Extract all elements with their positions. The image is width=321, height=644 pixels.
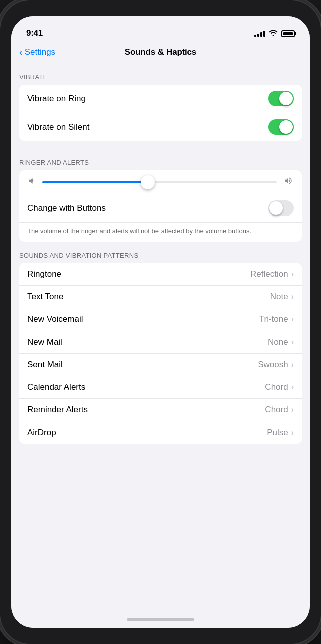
vibrate-on-ring-toggle[interactable] bbox=[268, 91, 294, 106]
volume-note: The volume of the ringer and alerts will… bbox=[19, 223, 302, 242]
chevron-left-icon: ‹ bbox=[19, 47, 23, 57]
status-icons bbox=[254, 29, 295, 38]
toggle-knob bbox=[279, 92, 293, 105]
text-tone-value: Note bbox=[270, 292, 288, 302]
new-voicemail-value: Tri-tone bbox=[259, 314, 288, 325]
back-button[interactable]: ‹ Settings bbox=[19, 47, 55, 57]
signal-strength-icon bbox=[254, 31, 265, 37]
battery-icon bbox=[281, 30, 295, 37]
phone-frame: 9:41 bbox=[0, 0, 321, 644]
new-voicemail-value-group: Tri-tone › bbox=[259, 314, 294, 325]
chevron-right-icon: › bbox=[291, 383, 294, 392]
vibrate-on-silent-toggle[interactable] bbox=[268, 119, 294, 135]
airdrop-value: Pulse bbox=[267, 427, 288, 438]
new-mail-label: New Mail bbox=[27, 337, 62, 347]
chevron-right-icon: › bbox=[291, 315, 294, 324]
sent-mail-row[interactable]: Sent Mail Swoosh › bbox=[19, 354, 302, 376]
slider-thumb bbox=[141, 175, 155, 189]
toggle-knob bbox=[269, 201, 283, 215]
screen: 9:41 bbox=[11, 16, 310, 628]
text-tone-row[interactable]: Text Tone Note › bbox=[19, 286, 302, 308]
wifi-icon bbox=[269, 29, 278, 38]
notch bbox=[115, 0, 206, 16]
page-title: Sounds & Haptics bbox=[125, 47, 196, 57]
reminder-alerts-label: Reminder Alerts bbox=[27, 405, 88, 415]
home-bar bbox=[127, 618, 194, 621]
vibrate-settings-group: Vibrate on Ring Vibrate on Silent bbox=[19, 85, 302, 141]
nav-bar: ‹ Settings Sounds & Haptics bbox=[11, 41, 310, 63]
ringtone-label: Ringtone bbox=[27, 269, 61, 279]
text-tone-value-group: Note › bbox=[270, 292, 294, 302]
sent-mail-label: Sent Mail bbox=[27, 360, 63, 370]
volume-low-icon bbox=[27, 176, 36, 188]
new-mail-value: None bbox=[268, 337, 288, 347]
chevron-right-icon: › bbox=[291, 405, 294, 414]
ringer-slider-section: Change with Buttons The volume of the ri… bbox=[19, 170, 302, 242]
chevron-right-icon: › bbox=[291, 338, 294, 347]
back-label: Settings bbox=[25, 47, 55, 57]
new-mail-value-group: None › bbox=[268, 337, 294, 347]
text-tone-label: Text Tone bbox=[27, 292, 63, 302]
airdrop-row[interactable]: AirDrop Pulse › bbox=[19, 421, 302, 444]
toggle-knob bbox=[279, 120, 293, 134]
new-voicemail-row[interactable]: New Voicemail Tri-tone › bbox=[19, 308, 302, 331]
vibrate-on-ring-label: Vibrate on Ring bbox=[27, 94, 86, 104]
content-scroll[interactable]: VIBRATE Vibrate on Ring Vibrate on Silen… bbox=[11, 63, 310, 611]
calendar-alerts-row[interactable]: Calendar Alerts Chord › bbox=[19, 376, 302, 399]
calendar-alerts-value-group: Chord › bbox=[265, 382, 294, 392]
reminder-alerts-row[interactable]: Reminder Alerts Chord › bbox=[19, 399, 302, 421]
new-mail-row[interactable]: New Mail None › bbox=[19, 331, 302, 354]
vibrate-on-ring-row: Vibrate on Ring bbox=[19, 85, 302, 113]
ringtone-value-group: Reflection › bbox=[250, 269, 294, 279]
sounds-list-group: Ringtone Reflection › Text Tone Note › N… bbox=[19, 263, 302, 444]
sent-mail-value: Swoosh bbox=[258, 360, 288, 370]
chevron-right-icon: › bbox=[291, 428, 294, 437]
volume-slider-row bbox=[19, 170, 302, 194]
status-bar: 9:41 bbox=[11, 16, 310, 41]
change-with-buttons-toggle[interactable] bbox=[268, 200, 294, 216]
airdrop-label: AirDrop bbox=[27, 427, 56, 438]
airdrop-value-group: Pulse › bbox=[267, 427, 294, 438]
chevron-right-icon: › bbox=[291, 270, 294, 279]
ringer-section-header: RINGER AND ALERTS bbox=[11, 149, 310, 170]
chevron-right-icon: › bbox=[291, 360, 294, 369]
change-with-buttons-row: Change with Buttons bbox=[19, 194, 302, 223]
ringtone-row[interactable]: Ringtone Reflection › bbox=[19, 263, 302, 286]
vibrate-on-silent-label: Vibrate on Silent bbox=[27, 122, 89, 132]
calendar-alerts-label: Calendar Alerts bbox=[27, 382, 85, 392]
volume-slider[interactable] bbox=[42, 181, 277, 183]
chevron-right-icon: › bbox=[291, 292, 294, 301]
vibrate-on-silent-row: Vibrate on Silent bbox=[19, 113, 302, 141]
calendar-alerts-value: Chord bbox=[265, 382, 288, 392]
home-indicator bbox=[11, 611, 310, 628]
slider-fill bbox=[42, 181, 148, 183]
new-voicemail-label: New Voicemail bbox=[27, 314, 83, 325]
vibrate-section-header: VIBRATE bbox=[11, 63, 310, 85]
change-with-buttons-label: Change with Buttons bbox=[27, 203, 106, 213]
volume-high-icon bbox=[283, 176, 294, 188]
status-time: 9:41 bbox=[26, 28, 43, 38]
sounds-section-header: SOUNDS AND VIBRATION PATTERNS bbox=[11, 242, 310, 263]
ringtone-value: Reflection bbox=[250, 269, 288, 279]
reminder-alerts-value: Chord bbox=[265, 405, 288, 415]
sent-mail-value-group: Swoosh › bbox=[258, 360, 294, 370]
reminder-alerts-value-group: Chord › bbox=[265, 405, 294, 415]
